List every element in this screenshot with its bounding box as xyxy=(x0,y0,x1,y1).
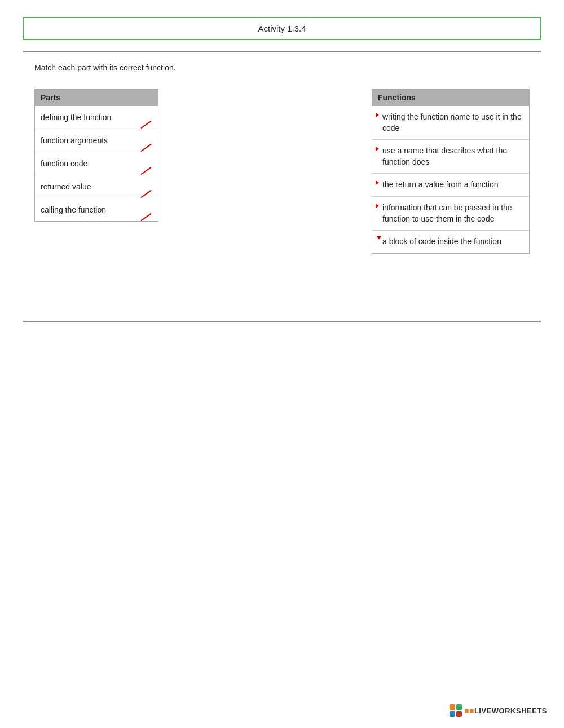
parts-column: Parts defining the function function arg… xyxy=(34,89,158,222)
parts-item-arguments[interactable]: function arguments xyxy=(35,129,158,152)
functions-item-block[interactable]: a block of code inside the function xyxy=(372,231,529,253)
logo-box-blue xyxy=(450,711,455,717)
title-text: Activity 1.3.4 xyxy=(258,24,306,33)
functions-header: Functions xyxy=(372,90,529,106)
logo-box-red xyxy=(456,711,462,717)
columns-area: Parts defining the function function arg… xyxy=(34,89,530,254)
parts-item-calling[interactable]: calling the function xyxy=(35,198,158,221)
parts-header: Parts xyxy=(35,90,158,106)
parts-item-defining[interactable]: defining the function xyxy=(35,106,158,129)
functions-item-return[interactable]: the return a value from a function xyxy=(372,174,529,197)
functions-item-information[interactable]: information that can be passed in the fu… xyxy=(372,197,529,231)
logo-text: ■■LIVEWORKSHEETS xyxy=(464,706,547,715)
instruction-text: Match each part with its correct functio… xyxy=(34,63,530,72)
parts-item-code[interactable]: function code xyxy=(35,152,158,175)
logo-icon xyxy=(450,704,462,717)
functions-column: Functions writing the function name to u… xyxy=(372,89,530,254)
functions-item-name[interactable]: use a name that describes what the funct… xyxy=(372,140,529,174)
functions-item-writing[interactable]: writing the function name to use it in t… xyxy=(372,106,529,140)
activity-title: Activity 1.3.4 xyxy=(23,17,541,40)
logo-box-orange xyxy=(450,704,455,710)
main-content: Match each part with its correct functio… xyxy=(23,51,541,322)
parts-item-returned[interactable]: returned value xyxy=(35,175,158,198)
logo-box-green xyxy=(456,704,462,710)
liveworksheets-logo: ■■LIVEWORKSHEETS xyxy=(450,704,547,717)
